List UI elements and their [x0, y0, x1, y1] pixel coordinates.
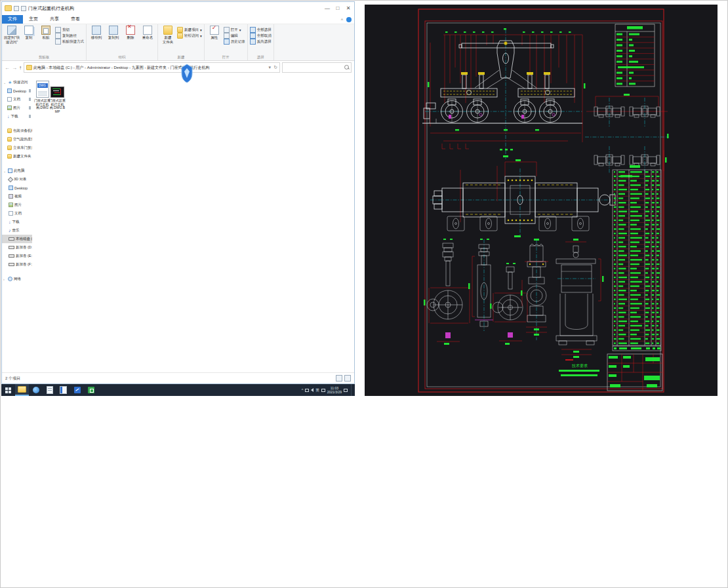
- help-icon[interactable]: [346, 17, 352, 22]
- breadcrumb-segment[interactable]: 新建文件夹: [147, 66, 167, 69]
- taskbar-app-green-app[interactable]: [84, 384, 98, 396]
- sidebar-item-音乐[interactable]: ♪音乐: [2, 226, 32, 235]
- up-icon[interactable]: ↑: [19, 65, 22, 71]
- maximize-button[interactable]: □: [334, 5, 341, 11]
- search-input[interactable]: [282, 62, 352, 73]
- copy-path-button[interactable]: 复制路径: [55, 33, 84, 38]
- select-all-button[interactable]: 全部选择: [250, 28, 272, 32]
- ime-indicator[interactable]: 英: [315, 388, 319, 393]
- sidebar-item-新建文件夹[interactable]: 新建文件夹: [2, 152, 32, 161]
- tab-file[interactable]: 文件: [2, 15, 23, 24]
- list-view-icon[interactable]: [336, 375, 342, 382]
- sidebar-this-pc[interactable]: ⌄此电脑: [2, 167, 32, 175]
- new-folder-button[interactable]: 新建文件夹: [160, 26, 176, 44]
- sidebar-drive-3[interactable]: 新加卷 (F:): [2, 260, 32, 269]
- edit-button[interactable]: 编辑: [224, 33, 245, 38]
- sidebar-item-3D 对象[interactable]: 3D 对象: [2, 175, 32, 184]
- tray-chevron-icon[interactable]: ^: [302, 388, 304, 392]
- sidebar-item-Desktop[interactable]: Desktop: [2, 184, 32, 192]
- easy-access-button[interactable]: 轻松访问▾: [177, 33, 202, 38]
- sidebar-item-文档[interactable]: 文档: [2, 209, 32, 218]
- expander-icon[interactable]: ⌄: [3, 169, 7, 173]
- start-button[interactable]: [1, 384, 15, 396]
- sidebar-drive-2[interactable]: 新加卷 (E:): [2, 252, 32, 260]
- paste-shortcut-button[interactable]: 粘贴快捷方式: [55, 39, 84, 44]
- open-button[interactable]: 打开▾: [224, 28, 245, 32]
- copy-button[interactable]: 复制: [21, 26, 37, 39]
- down-icon: ↓: [9, 220, 11, 224]
- sidebar-drive-1[interactable]: 新加卷 (D:): [2, 243, 32, 252]
- clock[interactable]: 11:03 2021/3/29: [327, 386, 342, 394]
- sidebar-item-包装设备机械配置[interactable]: 包装设备机械配置: [2, 127, 32, 135]
- new-item-button[interactable]: 新建项目▾: [177, 28, 202, 32]
- minimize-button[interactable]: —: [324, 5, 331, 11]
- files-pane[interactable]: DWG 门座式起重机行走机构.DWG: [32, 73, 354, 373]
- collapse-ribbon-icon[interactable]: ^: [341, 18, 343, 22]
- taskbar-app-explorer[interactable]: [15, 384, 29, 396]
- 3d-icon: [8, 176, 13, 182]
- sidebar-item-Desktop[interactable]: Desktop: [2, 87, 32, 95]
- expander-icon[interactable]: ⌄: [3, 81, 7, 85]
- file-name: 门座式起重机行走机构.DWG.BMP: [49, 99, 66, 113]
- tab-share[interactable]: 共享: [44, 15, 65, 24]
- address-dropdown-icon[interactable]: ▾: [269, 65, 272, 70]
- sidebar-drive-0[interactable]: 本地磁盘 (C:): [2, 235, 32, 243]
- expander-icon[interactable]: ›: [3, 277, 7, 281]
- breadcrumb-segment[interactable]: 本地磁盘 (C:): [49, 66, 72, 69]
- move-to-button[interactable]: 移动到: [89, 26, 104, 39]
- sidebar-item-立体库门禁系统[interactable]: 立体库门禁系统: [2, 144, 32, 152]
- taskbar-app-browser[interactable]: [29, 384, 43, 396]
- back-icon[interactable]: ←: [5, 65, 10, 71]
- tab-view[interactable]: 查看: [65, 15, 86, 24]
- sidebar-quick-access[interactable]: ⌄★快速访问: [2, 78, 32, 87]
- history-button[interactable]: 历史记录: [224, 39, 245, 44]
- sidebar-item-视频[interactable]: 视频: [2, 192, 32, 201]
- sidebar-item-label: 3D 对象: [14, 177, 27, 182]
- taskbar-app-cad[interactable]: [70, 384, 84, 396]
- sidebar-item-下载[interactable]: ↓下载: [2, 112, 32, 121]
- sidebar-item-label: 包装设备机械配置: [13, 128, 32, 133]
- close-button[interactable]: ✕: [345, 5, 352, 11]
- breadcrumb-segment[interactable]: Administrator: [87, 66, 110, 69]
- address-bar[interactable]: 此电脑 › 本地磁盘 (C:) › 用户 › Administrator › D…: [24, 62, 280, 73]
- refresh-icon[interactable]: ↻: [273, 65, 277, 70]
- copy-to-button[interactable]: 复制到: [106, 26, 121, 39]
- breadcrumb-segment[interactable]: Desktop: [113, 66, 128, 69]
- paste-button[interactable]: 粘贴: [38, 26, 54, 39]
- breadcrumb-segment[interactable]: 此电脑: [33, 66, 45, 69]
- breadcrumb-segment[interactable]: 九素图: [132, 66, 144, 69]
- sidebar-item-图片[interactable]: 图片: [2, 104, 32, 112]
- thumbnail-view-icon[interactable]: [344, 375, 351, 382]
- rename-button[interactable]: 重命名: [140, 26, 155, 39]
- taskbar-app-writer[interactable]: [56, 384, 70, 396]
- volume-icon[interactable]: [311, 388, 313, 392]
- sidebar-item-空气能热泵烘干设备[interactable]: 空气能热泵烘干设备: [2, 135, 32, 144]
- file-tile-dwg[interactable]: DWG 门座式起重机行走机构.DWG: [34, 79, 51, 110]
- sidebar-item-图片[interactable]: 图片: [2, 201, 32, 209]
- delete-button[interactable]: 删除: [123, 26, 138, 39]
- notification-center-icon[interactable]: [344, 389, 348, 392]
- sidebar-item-label: Desktop: [13, 89, 26, 93]
- tab-home[interactable]: 主页: [23, 15, 44, 24]
- system-tray: ^ 英 11:03 2021/3/29: [302, 384, 355, 396]
- net-icon: [8, 277, 12, 281]
- group-label-open: 打开: [207, 54, 245, 60]
- customize-toolbar-icon[interactable]: [21, 6, 26, 11]
- quick-access-toolbar-icon[interactable]: [14, 6, 19, 11]
- file-tile-bmp[interactable]: 门座式起重机行走机构.DWG.BMP: [49, 79, 66, 113]
- pin-to-quick-access-button[interactable]: 固定到"快 速访问": [4, 26, 20, 44]
- show-desktop-button[interactable]: [351, 384, 353, 396]
- ime-pen-icon[interactable]: [321, 389, 325, 392]
- invert-selection-button[interactable]: 反向选择: [250, 39, 272, 44]
- sidebar-item-下载[interactable]: ↓下载: [2, 218, 32, 226]
- move-to-icon: [92, 26, 101, 35]
- taskbar-app-notes[interactable]: [43, 384, 56, 396]
- cut-button[interactable]: 剪切: [55, 28, 84, 32]
- sidebar-item-文档[interactable]: 文档: [2, 95, 32, 104]
- properties-button[interactable]: 属性: [207, 26, 222, 39]
- forward-icon[interactable]: →: [12, 65, 17, 71]
- select-none-button[interactable]: 全部取消: [250, 33, 272, 38]
- sidebar-network[interactable]: ›网络: [2, 275, 32, 283]
- display-tray-icon[interactable]: [305, 389, 309, 392]
- breadcrumb-segment[interactable]: 用户: [75, 66, 83, 69]
